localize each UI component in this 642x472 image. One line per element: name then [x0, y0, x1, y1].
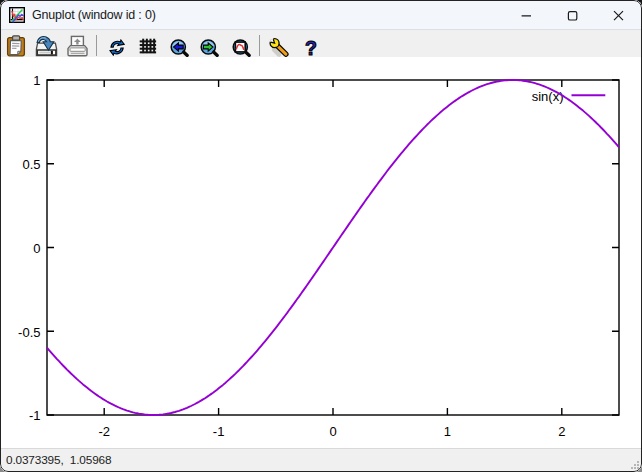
svg-text:0: 0	[33, 241, 40, 256]
svg-text:-2: -2	[98, 424, 110, 439]
svg-text:-0.5: -0.5	[18, 325, 40, 340]
svg-text:-1: -1	[29, 408, 41, 423]
svg-text:1: 1	[444, 424, 451, 439]
svg-text:0: 0	[329, 424, 336, 439]
svg-text:0.5: 0.5	[22, 157, 40, 172]
svg-text:2: 2	[558, 424, 565, 439]
svg-text:?: ?	[305, 38, 317, 57]
svg-text:-1: -1	[213, 424, 225, 439]
svg-text:1: 1	[33, 73, 40, 88]
svg-text:sin(x): sin(x)	[532, 89, 564, 104]
